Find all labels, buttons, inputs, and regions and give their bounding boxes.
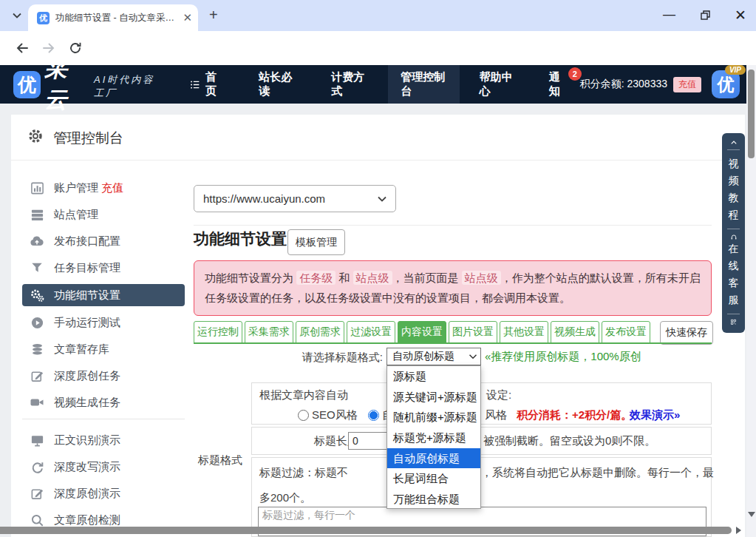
notice-badge: 2	[568, 67, 582, 81]
browser-address-bar: ucaiyun.com/caiji/settings/ 井 •••	[0, 31, 756, 65]
logo-name[interactable]: 采云	[44, 53, 85, 115]
browser-tab[interactable]: 优 功能细节设置 - 自动文章采集器 ✕	[28, 4, 198, 31]
section-heading: 功能细节设置	[194, 229, 287, 249]
tab-content[interactable]: 内容设置	[398, 321, 446, 343]
sidebar-item-video-task[interactable]: 视频生成任务	[22, 392, 185, 413]
tab-collect[interactable]: 采集需求	[245, 321, 293, 343]
horizontal-scrollbar-thumb[interactable]	[0, 527, 732, 534]
new-tab-icon[interactable]: +	[209, 7, 218, 24]
dropdown-option[interactable]: 源标题	[387, 366, 480, 387]
online-service-link[interactable]: 在线客服	[728, 240, 739, 308]
select-chevron-icon	[378, 196, 386, 202]
tab-title: 功能细节设置 - 自动文章采集器	[55, 12, 178, 24]
back-to-top-icon[interactable]	[729, 141, 739, 144]
recharge-button[interactable]: 充值	[673, 77, 701, 92]
settings-tabs: 运行控制 采集需求 原创需求 过滤设置 内容设置 图片设置 其他设置 视频生成 …	[194, 321, 650, 343]
sidebar-item-manual-run[interactable]: 手动运行测试	[22, 312, 185, 333]
minimize-icon[interactable]: —	[663, 7, 675, 22]
sidebar-item-body-recognize-demo[interactable]: 正文识别演示	[22, 430, 185, 450]
dropdown-option-selected[interactable]: 自动原创标题	[387, 448, 480, 469]
sidebar-recharge-link[interactable]: 充值	[101, 181, 123, 194]
alert-box: 功能细节设置分为 任务级 和 站点级，当前页面是 站点级，作为整个站点的默认设置…	[194, 260, 712, 316]
gears-icon	[30, 288, 44, 303]
tab-close-icon[interactable]: ✕	[183, 11, 192, 24]
nav-item-home[interactable]: 首页	[177, 65, 236, 104]
sidebar: 账户管理 充值 站点管理 发布接口配置 任务目标管理 功能细节设置 手动运行测试…	[22, 178, 185, 536]
nav-item-must-read[interactable]: 站长必读	[246, 65, 308, 104]
restore-icon[interactable]	[699, 9, 712, 21]
radio-seo-label: SEO风格	[312, 408, 358, 422]
database-icon	[30, 342, 44, 357]
title-format-label: 请选择标题格式:	[266, 351, 383, 365]
site-select[interactable]: https://www.ucaiyun.com	[194, 185, 396, 212]
effect-demo-link[interactable]: 效果演示»	[630, 408, 680, 422]
tab-image[interactable]: 图片设置	[449, 321, 497, 343]
logo-tagline: AI时代内容工厂	[94, 73, 164, 100]
tab-original[interactable]: 原创需求	[296, 321, 344, 343]
sidebar-item-deep-original-task[interactable]: 深度原创任务	[22, 365, 185, 386]
title-format-select[interactable]: 自动原创标题	[386, 348, 481, 365]
tab-other[interactable]: 其他设置	[500, 321, 548, 343]
sidebar-item-article-store[interactable]: 文章暂存库	[22, 339, 185, 359]
sidebar-item-rewrite-demo[interactable]: 深度改写演示	[22, 456, 185, 477]
monitor-icon	[30, 433, 44, 448]
alert-highlight: 任务级	[296, 271, 336, 285]
sidebar-item-original-demo[interactable]: 深度原创演示	[22, 483, 185, 504]
tab-video[interactable]: 视频生成	[551, 321, 599, 343]
scroll-right-icon[interactable]	[736, 527, 741, 534]
dropdown-option[interactable]: 标题党+源标题	[387, 428, 480, 448]
window-close-icon[interactable]: ✕	[735, 7, 746, 24]
template-manage-button[interactable]: 模板管理	[287, 229, 345, 255]
dropdown-option[interactable]: 随机前缀+源标题	[387, 407, 480, 428]
panel-divider	[727, 229, 740, 229]
user-avatar[interactable]: 优 VIP	[712, 70, 740, 98]
funnel-icon	[30, 260, 44, 275]
edit-icon	[30, 368, 44, 383]
bar-chart-icon	[30, 180, 44, 195]
nav-item-help[interactable]: 帮助中心	[467, 65, 529, 104]
dropdown-option[interactable]: 长尾词组合	[387, 468, 480, 489]
title-length-tail: 被强制截断。留空或设为0则不限。	[483, 434, 655, 448]
sidebar-item-sites[interactable]: 站点管理	[22, 204, 185, 225]
tabs-underline	[194, 342, 712, 344]
floating-side-panel: 视频教程 在线客服	[722, 133, 745, 333]
sidebar-item-feature-settings[interactable]: 功能细节设置	[22, 284, 185, 306]
radio-seo-style[interactable]	[298, 410, 309, 421]
back-icon[interactable]	[15, 41, 30, 55]
tab-run-control[interactable]: 运行控制	[194, 321, 242, 343]
points-balance: 积分余额: 2308333充值	[580, 77, 701, 92]
title-filter-box: 标题过滤：标题不 ，系统将自动把它从标题中删除。每行一个，最 多200个。	[251, 457, 712, 537]
dropdown-option[interactable]: 源关键词+源标题	[387, 387, 480, 408]
site-navbar: 优 采云 AI时代内容工厂 首页 站长必读 计费方式 管理控制台 帮助中心 通知…	[0, 65, 756, 104]
server-icon	[30, 207, 44, 222]
quick-save-button[interactable]: 快速保存	[660, 321, 713, 345]
nav-item-console[interactable]: 管理控制台	[388, 65, 460, 104]
tab-search-chevron-icon[interactable]	[12, 12, 22, 19]
tab-filter[interactable]: 过滤设置	[347, 321, 395, 343]
site-favicon: 优	[37, 12, 50, 24]
video-tutorial-link[interactable]: 视频教程	[728, 155, 739, 223]
title-format-dropdown: 源标题 源关键词+源标题 随机前缀+源标题 标题党+源标题 自动原创标题 长尾词…	[386, 365, 481, 509]
edit-square-icon	[30, 486, 44, 501]
cloud-upload-icon	[30, 234, 44, 249]
dropdown-option[interactable]: 万能组合标题	[387, 489, 480, 510]
sidebar-item-publish-api[interactable]: 发布接口配置	[22, 231, 185, 251]
header-divider	[11, 160, 745, 161]
qr-code-icon[interactable]	[728, 319, 739, 325]
page-title: 管理控制台	[53, 129, 123, 148]
nav-item-notice[interactable]: 通知 2	[537, 65, 580, 104]
logo-badge-icon[interactable]: 优	[13, 71, 41, 98]
radio-auto-style[interactable]	[368, 410, 379, 421]
sidebar-item-account[interactable]: 账户管理 充值	[22, 178, 185, 198]
tab-publish[interactable]: 发布设置	[602, 321, 650, 343]
scroll-down-icon[interactable]	[748, 512, 755, 517]
vertical-scrollbar-thumb[interactable]	[748, 70, 755, 158]
panel-divider	[727, 149, 740, 150]
vip-badge: VIP	[725, 65, 746, 75]
auto-title-text-right: 设定:	[486, 388, 511, 402]
sidebar-item-task-targets[interactable]: 任务目标管理	[22, 257, 185, 278]
nav-item-billing[interactable]: 计费方式	[319, 65, 381, 104]
select-chevron-icon	[469, 354, 477, 359]
app-window: 优 功能细节设置 - 自动文章采集器 ✕ + — ✕ ucaiyun.com/c…	[0, 0, 756, 537]
sidebar-divider	[22, 419, 185, 419]
